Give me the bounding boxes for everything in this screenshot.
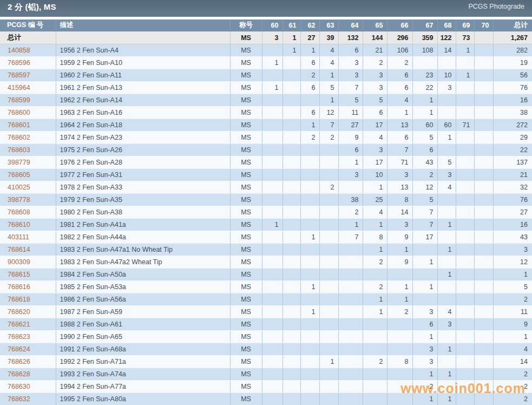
totals-row: 总计 MS 312739132144296359122731,267 [0,31,532,44]
grade-count-cell: 14 [437,44,456,56]
grade-count-cell [300,355,319,368]
coin-description: 1986 2 Fen Sun-A56a [56,293,230,305]
grade-count-cell: 1 [437,268,456,280]
grade-count-cell: 5 [412,131,437,143]
table-row: 768608 1980 2 Fen Sun-A38 MS 2414727 [0,206,532,218]
totals-grade-cell: 359 [412,31,437,44]
table-row: 768596 1959 2 Fen Sun-A10 MS 16432219 [0,56,532,69]
pcgs-number-link[interactable]: 768605 [8,171,30,179]
pcgs-number-link[interactable]: 768608 [8,208,30,216]
grade-count-cell [283,305,300,318]
grade-count-cell: 3 [387,168,412,181]
table-row: 768602 1974 2 Fen Sun-A23 MS 229465129 [0,131,532,143]
pcgs-number-link[interactable]: 768597 [8,71,30,79]
grade-count-cell: 7 [412,218,437,231]
pcgs-number-link[interactable]: 140858 [8,47,30,54]
pcgs-number-link[interactable]: 768601 [8,121,30,129]
pcgs-number-link[interactable]: 768602 [8,134,30,141]
pcgs-number-link[interactable]: 398778 [8,196,30,204]
pcgs-number-link[interactable]: 768626 [8,358,30,365]
coin-description: 1994 2 Fen Sun-A77a [56,380,230,393]
grade-count-cell [319,380,338,393]
grade-count-cell [338,181,363,193]
pcgs-number-link[interactable]: 398779 [8,159,30,166]
row-total-cell: 137 [493,156,532,168]
grade-count-cell [300,368,319,380]
grade-count-cell: 3 [437,81,456,94]
grade-count-cell [283,143,300,156]
pcgs-number-link[interactable]: 768623 [8,333,30,341]
grade-count-cell [387,368,412,380]
grade-count-cell [338,293,363,305]
grade-count-cell [283,56,300,69]
row-total-cell: 19 [493,56,532,69]
photograde-link[interactable]: PCGS Photograde [468,3,524,10]
pcgs-number-link[interactable]: 410025 [8,184,30,191]
pcgs-number-link[interactable]: 768621 [8,321,30,328]
coin-description: 1959 2 Fen Sun-A10 [56,56,230,69]
grade-count-cell: 1 [319,355,338,368]
grade-count-cell: 17 [412,231,437,243]
pcgs-number-link[interactable]: 768596 [8,59,30,67]
grade-count-cell: 7 [412,206,437,218]
pcgs-number-link[interactable]: 768614 [8,246,30,253]
grade-count-cell [387,330,412,343]
totals-grade-cell: 73 [456,31,474,44]
pcgs-number-link[interactable]: 768616 [8,283,30,291]
grade-count-cell [283,81,300,94]
designation-cell: MS [230,293,262,305]
grade-count-cell [437,380,456,393]
grade-count-cell: 5 [319,81,338,94]
grade-count-cell [300,193,319,206]
grade-count-cell [300,318,319,330]
coin-description: 1980 2 Fen Sun-A38 [56,206,230,218]
pcgs-number-link[interactable]: 768624 [8,345,30,353]
grade-count-cell: 6 [387,131,412,143]
pcgs-number-link[interactable]: 768632 [8,395,30,403]
pcgs-number-link[interactable]: 768599 [8,96,30,104]
grade-count-cell: 1 [412,393,437,405]
grade-count-cell [319,256,338,268]
pcgs-number-link[interactable]: 900309 [8,258,30,266]
grade-count-cell [474,243,493,256]
grade-count-cell: 7 [319,119,338,131]
grade-count-cell: 13 [387,181,412,193]
grade-count-cell [262,181,283,193]
grade-count-cell: 3 [412,343,437,355]
designation-cell: MS [230,305,262,318]
grade-count-cell [338,330,363,343]
grade-count-cell: 6 [300,106,319,119]
pcgs-number-link[interactable]: 768620 [8,308,30,316]
pcgs-number-link[interactable]: 768628 [8,370,30,378]
grade-count-cell: 2 [387,56,412,69]
designation-cell: MS [230,206,262,218]
column-header-grade: 67 [412,19,437,31]
grade-count-cell [474,256,493,268]
grade-count-cell: 2 [363,256,387,268]
table-row: 768600 1963 2 Fen Sun-A16 MS 6121161138 [0,106,532,119]
grade-count-cell [456,181,474,193]
pcgs-number-link[interactable]: 768630 [8,383,30,390]
grade-count-cell [456,280,474,293]
grade-count-cell [300,243,319,256]
grade-count-cell: 5 [412,193,437,206]
coin-description: 1984 2 Fen Sun-A50a [56,268,230,280]
column-header-description: 描述 [56,19,230,31]
grade-count-cell [283,181,300,193]
grade-count-cell [262,280,283,293]
grade-count-cell: 3 [387,218,412,231]
grade-count-cell [319,305,338,318]
grade-count-cell [262,330,283,343]
pcgs-number-link[interactable]: 768615 [8,271,30,278]
pcgs-number-link[interactable]: 768618 [8,296,30,303]
grade-count-cell [456,231,474,243]
pcgs-number-link[interactable]: 415964 [8,84,30,92]
pcgs-number-link[interactable]: 768610 [8,221,30,228]
pcgs-number-link[interactable]: 768603 [8,146,30,154]
totals-description-cell [56,31,230,44]
grade-count-cell: 1 [363,305,387,318]
grade-count-cell [283,268,300,280]
grade-count-cell [474,143,493,156]
pcgs-number-link[interactable]: 403111 [8,233,29,241]
pcgs-number-link[interactable]: 768600 [8,109,30,116]
